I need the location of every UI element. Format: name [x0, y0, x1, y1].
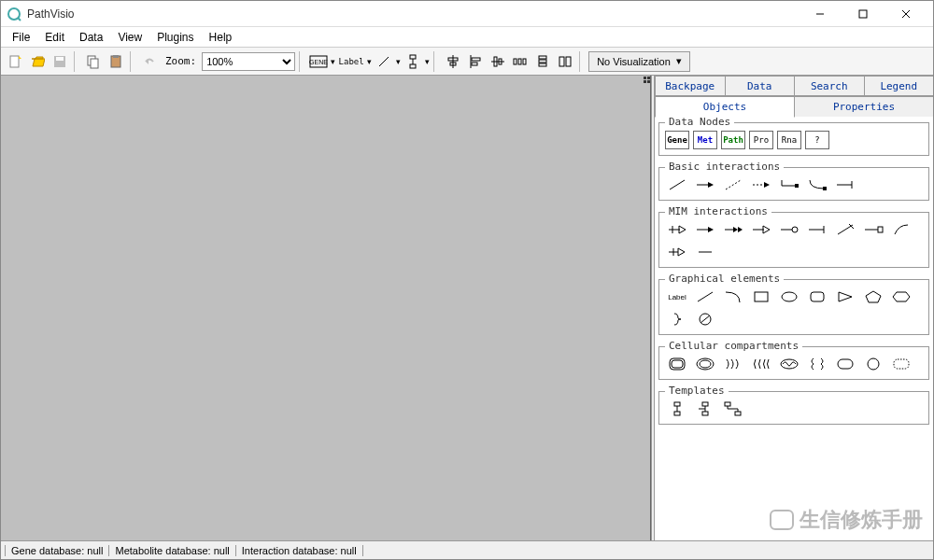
tab-properties[interactable]: Properties: [794, 96, 933, 117]
elbow-icon[interactable]: [777, 175, 801, 194]
node-rna[interactable]: Rna: [777, 131, 801, 149]
new-button[interactable]: [5, 51, 25, 72]
gno-icon[interactable]: [693, 310, 717, 329]
toolbar: Zoom: 100% GENE ▾ Label ▾ ▾ ▾ No Visuali…: [1, 48, 933, 76]
mim-cleavage-icon[interactable]: [833, 220, 857, 239]
garc-icon[interactable]: [721, 287, 745, 306]
mim-necessary-icon[interactable]: [665, 220, 689, 239]
template1-icon[interactable]: [665, 399, 689, 418]
mim-catalysis-icon[interactable]: [721, 220, 745, 239]
nucleus-icon[interactable]: [693, 355, 717, 373]
organelle-icon[interactable]: [833, 355, 857, 373]
vesicle-icon[interactable]: [861, 355, 885, 373]
node-pathway[interactable]: Path: [721, 131, 745, 149]
stack-vertical[interactable]: [532, 51, 553, 72]
svg-point-83: [781, 359, 798, 369]
node-protein[interactable]: Pro: [749, 131, 773, 149]
mim-conversion-icon[interactable]: [749, 220, 773, 239]
svg-rect-89: [674, 412, 680, 415]
mim-branching-left-icon[interactable]: [889, 220, 913, 239]
template-tool[interactable]: [403, 51, 423, 72]
paste-button[interactable]: [106, 51, 126, 72]
svg-rect-25: [472, 58, 480, 61]
template2-icon[interactable]: [693, 399, 717, 418]
gene-tool[interactable]: GENE: [308, 51, 329, 72]
svg-marker-40: [708, 182, 714, 188]
panel-cellular-compartments: Cellular compartments: [658, 346, 929, 380]
svg-rect-80: [672, 360, 683, 368]
svg-line-62: [838, 225, 853, 234]
distribute-h[interactable]: [510, 51, 531, 72]
dashed-line-icon[interactable]: [721, 175, 745, 194]
svg-marker-74: [839, 292, 852, 301]
tab-data[interactable]: Data: [725, 76, 796, 95]
gline-icon[interactable]: [693, 287, 717, 306]
line-icon[interactable]: [665, 175, 689, 194]
save-button[interactable]: [50, 51, 70, 72]
menu-help[interactable]: Help: [202, 29, 240, 46]
mim-stimulation-icon[interactable]: [693, 220, 717, 239]
gbrace-icon[interactable]: [665, 310, 689, 329]
curve-icon[interactable]: [805, 175, 829, 194]
tab-legend[interactable]: Legend: [864, 76, 934, 95]
node-gene[interactable]: Gene: [665, 131, 689, 149]
mim-covalent-icon[interactable]: [861, 220, 885, 239]
minimize-button[interactable]: [799, 1, 842, 27]
goval-icon[interactable]: [777, 287, 801, 306]
ghexagon-icon[interactable]: [889, 287, 913, 306]
golgi-icon[interactable]: [749, 355, 773, 373]
er-icon[interactable]: [721, 355, 745, 373]
arrow-icon[interactable]: [693, 175, 717, 194]
svg-line-78: [700, 315, 710, 323]
extracellular-icon[interactable]: [889, 355, 913, 373]
svg-point-82: [700, 360, 711, 368]
menu-view[interactable]: View: [110, 29, 149, 46]
svg-line-1: [18, 18, 21, 21]
maximize-button[interactable]: [842, 1, 884, 27]
mim-binding-icon[interactable]: [777, 220, 801, 239]
groundrect-icon[interactable]: [805, 287, 829, 306]
watermark: 生信修炼手册: [770, 506, 923, 534]
svg-line-41: [726, 180, 741, 189]
glabel-icon[interactable]: Label: [665, 287, 689, 306]
svg-marker-67: [678, 248, 685, 256]
menu-file[interactable]: File: [5, 29, 37, 46]
align-left[interactable]: [465, 51, 486, 72]
tab-objects[interactable]: Objects: [655, 96, 795, 118]
mito-icon[interactable]: [777, 355, 801, 373]
dashed-arrow-icon[interactable]: [749, 175, 773, 194]
copy-button[interactable]: [83, 51, 104, 72]
label-tool[interactable]: Label: [337, 51, 365, 72]
align-center-h[interactable]: [443, 51, 463, 72]
mim-inhibition-icon[interactable]: [805, 220, 829, 239]
menubar: File Edit Data View Plugins Help: [1, 27, 933, 48]
open-button[interactable]: [27, 51, 48, 72]
mim-gap-icon[interactable]: [693, 243, 717, 261]
align-middle-v[interactable]: [488, 51, 508, 72]
mim-transcription-icon[interactable]: [665, 243, 689, 261]
tbar-icon[interactable]: [833, 175, 857, 194]
template3-icon[interactable]: [721, 399, 745, 418]
panel-graphical-elements: Graphical elements Label: [658, 279, 929, 335]
undo-button[interactable]: [139, 51, 160, 72]
menu-plugins[interactable]: Plugins: [149, 29, 201, 46]
gtriangle-icon[interactable]: [833, 287, 857, 306]
close-button[interactable]: [884, 1, 927, 27]
node-metabolite[interactable]: Met: [693, 131, 717, 149]
zoom-select[interactable]: 100%: [202, 52, 295, 71]
menu-edit[interactable]: Edit: [37, 29, 72, 46]
tab-search[interactable]: Search: [794, 76, 865, 95]
visualization-dropdown[interactable]: No Visualization▾: [588, 51, 690, 72]
canvas[interactable]: [1, 76, 651, 540]
same-width[interactable]: [555, 51, 575, 72]
node-unknown[interactable]: ?: [805, 131, 829, 149]
line-tool[interactable]: [374, 51, 394, 72]
svg-line-38: [670, 180, 685, 189]
app-icon: [7, 7, 21, 21]
tab-backpage[interactable]: Backpage: [655, 76, 726, 95]
cell-icon[interactable]: [665, 355, 689, 373]
menu-data[interactable]: Data: [72, 29, 110, 46]
grect-icon[interactable]: [749, 287, 773, 306]
sarco-icon[interactable]: [805, 355, 829, 373]
gpentagon-icon[interactable]: [861, 287, 885, 306]
